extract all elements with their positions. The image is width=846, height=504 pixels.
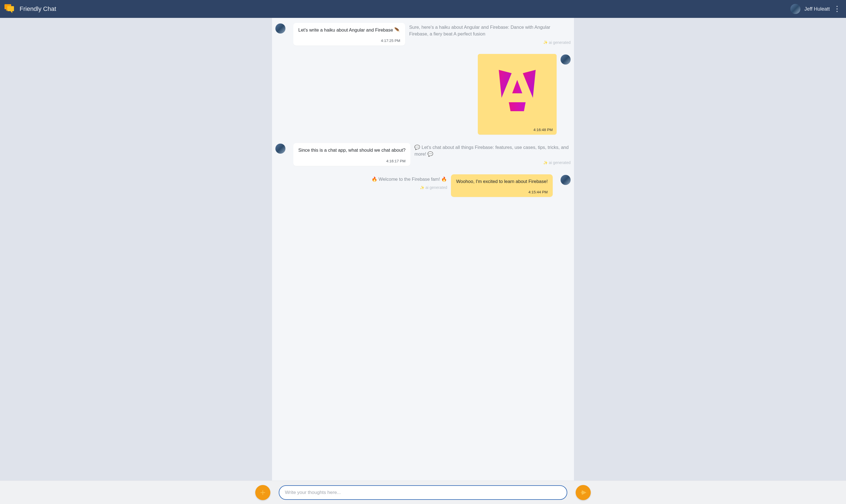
ai-generated-text: ai generated bbox=[425, 185, 447, 190]
message-row: Since this is a chat app, what should we… bbox=[276, 143, 570, 166]
logo-area: Friendly Chat bbox=[3, 3, 56, 15]
user-name: Jeff Huleatt bbox=[804, 6, 830, 12]
user-area[interactable]: Jeff Huleatt bbox=[790, 4, 841, 14]
sparkle-icon: ✨ bbox=[420, 185, 424, 190]
chat-logo-icon bbox=[3, 3, 16, 15]
ai-generated-label: ✨ ai generated bbox=[409, 40, 570, 45]
message-timestamp: 4:16:17 PM bbox=[298, 159, 405, 163]
message-row: 4:16:48 PM bbox=[276, 54, 570, 135]
message-bubble: Since this is a chat app, what should we… bbox=[293, 143, 410, 166]
app-title: Friendly Chat bbox=[20, 5, 56, 13]
message-image bbox=[478, 54, 557, 126]
image-message-bubble: 4:16:48 PM bbox=[478, 54, 557, 135]
ai-generated-text: ai generated bbox=[549, 40, 570, 45]
ai-generated-label: ✨ ai generated bbox=[414, 160, 570, 165]
message-timestamp: 4:17:25 PM bbox=[298, 39, 400, 43]
message-text: Since this is a chat app, what should we… bbox=[298, 147, 405, 153]
composer-bar bbox=[0, 481, 846, 504]
sender-avatar bbox=[276, 23, 285, 34]
add-attachment-button[interactable] bbox=[255, 485, 270, 500]
send-icon bbox=[579, 489, 587, 497]
app-header: Friendly Chat Jeff Huleatt bbox=[0, 0, 846, 18]
message-text: Woohoo, I'm excited to learn about Fireb… bbox=[456, 178, 548, 184]
sender-avatar bbox=[276, 144, 285, 154]
message-row: 🔥 Welcome to the Firebase fam! 🔥 ✨ ai ge… bbox=[276, 174, 570, 197]
message-input-wrap bbox=[279, 485, 567, 500]
chat-scroll[interactable]: Let's write a haiku about Angular and Fi… bbox=[0, 18, 846, 481]
chat-column: Let's write a haiku about Angular and Fi… bbox=[272, 18, 574, 481]
ai-reply-text: 🔥 Welcome to the Firebase fam! 🔥 bbox=[276, 176, 447, 183]
sender-avatar bbox=[561, 175, 570, 185]
sparkle-icon: ✨ bbox=[543, 161, 548, 165]
ai-reply-text: 💬 Let's chat about all things Firebase: … bbox=[414, 144, 570, 158]
svg-marker-7 bbox=[509, 102, 526, 111]
more-menu-icon[interactable] bbox=[834, 4, 841, 14]
svg-marker-4 bbox=[499, 70, 512, 98]
ai-reply-text: Sure, here's a haiku about Angular and F… bbox=[409, 24, 570, 37]
svg-rect-2 bbox=[7, 6, 14, 11]
sparkle-icon: ✨ bbox=[543, 40, 548, 44]
svg-marker-6 bbox=[512, 80, 522, 93]
ai-generated-label: ✨ ai generated bbox=[276, 185, 447, 190]
ai-generated-text: ai generated bbox=[549, 160, 570, 165]
message-row: Let's write a haiku about Angular and Fi… bbox=[276, 23, 570, 46]
message-text: Let's write a haiku about Angular and Fi… bbox=[298, 27, 400, 33]
message-timestamp: 4:16:48 PM bbox=[478, 126, 557, 135]
svg-marker-5 bbox=[523, 70, 536, 98]
angular-logo-icon bbox=[489, 62, 545, 118]
send-button[interactable] bbox=[576, 485, 591, 500]
message-input[interactable] bbox=[279, 485, 567, 500]
svg-marker-3 bbox=[10, 11, 12, 13]
message-bubble: Woohoo, I'm excited to learn about Fireb… bbox=[451, 174, 553, 197]
message-timestamp: 4:15:44 PM bbox=[456, 190, 548, 194]
plus-icon bbox=[259, 489, 267, 497]
message-bubble: Let's write a haiku about Angular and Fi… bbox=[293, 23, 405, 46]
header-avatar[interactable] bbox=[790, 4, 800, 14]
sender-avatar bbox=[561, 54, 570, 65]
